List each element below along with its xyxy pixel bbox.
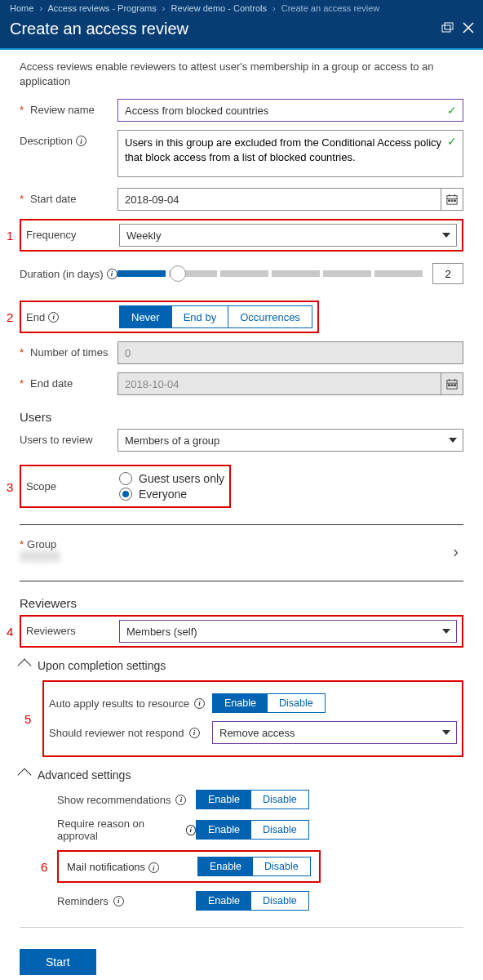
info-icon[interactable] bbox=[186, 825, 196, 835]
svg-rect-17 bbox=[454, 385, 456, 386]
divider bbox=[20, 524, 463, 525]
label-users-to-review: Users to review bbox=[20, 429, 117, 446]
end-occurrences-button[interactable]: Occurrences bbox=[228, 306, 312, 327]
label-auto-apply: Auto apply results to resource bbox=[49, 697, 212, 710]
start-button[interactable]: Start bbox=[20, 949, 96, 975]
scope-option-guest[interactable]: Guest users only bbox=[119, 472, 224, 485]
not-respond-select[interactable]: Remove access bbox=[212, 721, 457, 744]
end-never-button[interactable]: Never bbox=[120, 306, 172, 327]
form-pane: Access reviews enable reviewers to attes… bbox=[0, 50, 483, 980]
require-reason-toggle: Enable Disable bbox=[196, 820, 309, 840]
blade-header: Home › Access reviews - Programs › Revie… bbox=[0, 0, 483, 50]
info-icon[interactable] bbox=[107, 269, 117, 279]
calendar-icon[interactable] bbox=[441, 188, 463, 211]
info-icon[interactable] bbox=[113, 896, 124, 906]
page-title: Create an access review bbox=[10, 20, 473, 38]
frequency-select[interactable]: Weekly bbox=[119, 224, 457, 247]
calendar-icon bbox=[441, 372, 463, 395]
annotation-5: 5 bbox=[24, 712, 31, 726]
label-reviewers: Reviewers bbox=[26, 620, 119, 637]
section-users-header: Users bbox=[20, 410, 463, 424]
info-icon[interactable] bbox=[48, 312, 59, 323]
section-reviewers-header: Reviewers bbox=[20, 596, 463, 610]
disable-button[interactable]: Disable bbox=[251, 791, 308, 808]
label-number-of-times: Number of times bbox=[20, 341, 117, 359]
slider-thumb[interactable] bbox=[170, 265, 186, 282]
info-icon[interactable] bbox=[175, 795, 186, 805]
info-icon[interactable] bbox=[148, 862, 159, 873]
duration-value-input[interactable] bbox=[432, 263, 463, 284]
label-require-reason: Require reason on approval bbox=[57, 817, 196, 842]
scope-option-everyone[interactable]: Everyone bbox=[119, 488, 224, 501]
enable-button[interactable]: Enable bbox=[197, 821, 251, 839]
number-of-times-input bbox=[117, 341, 463, 364]
advanced-settings-collapser[interactable]: Advanced settings bbox=[20, 768, 463, 782]
start-date-input[interactable] bbox=[117, 188, 441, 211]
label-duration: Duration (in days) bbox=[20, 268, 117, 280]
disable-button[interactable]: Disable bbox=[253, 858, 310, 875]
restore-icon[interactable] bbox=[441, 21, 454, 37]
group-value-redacted bbox=[20, 550, 60, 562]
chevron-right-icon: › bbox=[39, 3, 42, 13]
label-frequency: Frequency bbox=[26, 224, 119, 241]
chevron-right-icon: › bbox=[162, 3, 166, 13]
info-icon[interactable] bbox=[194, 698, 205, 709]
divider bbox=[20, 581, 463, 581]
breadcrumb-item[interactable]: Access reviews - Programs bbox=[48, 3, 157, 13]
close-icon[interactable] bbox=[462, 21, 475, 37]
label-end: End bbox=[26, 311, 119, 323]
group-picker-row[interactable]: Group › bbox=[20, 532, 463, 572]
svg-rect-10 bbox=[454, 200, 456, 202]
label-show-recommendations: Show recommendations bbox=[57, 794, 196, 806]
svg-rect-9 bbox=[451, 200, 453, 202]
description-textarea[interactable]: Users in this group are excluded from th… bbox=[117, 130, 463, 177]
label-scope: Scope bbox=[26, 480, 119, 492]
label-not-respond: Should reviewer not respond bbox=[49, 727, 212, 739]
users-to-review-select[interactable]: Members of a group bbox=[117, 429, 463, 452]
end-endby-button[interactable]: End by bbox=[172, 306, 228, 327]
breadcrumb: Home › Access reviews - Programs › Revie… bbox=[10, 3, 473, 13]
duration-slider[interactable] bbox=[117, 269, 423, 278]
reviewers-select[interactable]: Members (self) bbox=[119, 620, 457, 643]
chevron-right-icon: › bbox=[453, 542, 459, 561]
intro-text: Access reviews enable reviewers to attes… bbox=[20, 60, 463, 89]
chevron-up-icon bbox=[18, 768, 32, 782]
svg-rect-16 bbox=[451, 385, 453, 386]
auto-apply-toggle: Enable Disable bbox=[212, 693, 326, 713]
enable-button[interactable]: Enable bbox=[197, 791, 251, 808]
info-icon[interactable] bbox=[189, 728, 200, 738]
label-mail-notifications: Mail notifications bbox=[67, 861, 197, 874]
annotation-6: 6 bbox=[41, 860, 47, 874]
svg-rect-0 bbox=[442, 25, 450, 32]
breadcrumb-item[interactable]: Home bbox=[10, 3, 33, 13]
breadcrumb-item-current: Create an access review bbox=[281, 3, 379, 13]
enable-button[interactable]: Enable bbox=[197, 892, 251, 910]
checkmark-icon: ✓ bbox=[447, 135, 457, 148]
radio-icon bbox=[119, 488, 132, 501]
disable-button[interactable]: Disable bbox=[251, 821, 308, 839]
annotation-3: 3 bbox=[7, 479, 13, 493]
annotation-2: 2 bbox=[7, 310, 13, 324]
svg-rect-8 bbox=[449, 200, 450, 202]
enable-button[interactable]: Enable bbox=[198, 858, 253, 875]
label-review-name: Review name bbox=[20, 99, 117, 116]
label-group: Group bbox=[20, 538, 60, 550]
divider bbox=[20, 927, 463, 928]
disable-button[interactable]: Disable bbox=[251, 892, 308, 910]
radio-icon bbox=[119, 472, 132, 485]
breadcrumb-item[interactable]: Review demo - Controls bbox=[171, 3, 267, 13]
enable-button[interactable]: Enable bbox=[213, 694, 268, 712]
mail-notifications-toggle: Enable Disable bbox=[197, 857, 311, 876]
chevron-right-icon: › bbox=[273, 3, 276, 13]
chevron-up-icon bbox=[18, 659, 32, 673]
svg-rect-1 bbox=[445, 23, 453, 29]
info-icon[interactable] bbox=[76, 136, 86, 146]
end-segmented-control: Never End by Occurrences bbox=[119, 305, 312, 328]
svg-rect-15 bbox=[449, 385, 450, 386]
disable-button[interactable]: Disable bbox=[268, 694, 325, 712]
annotation-4: 4 bbox=[7, 625, 13, 639]
label-description: Description bbox=[20, 130, 117, 147]
review-name-input[interactable] bbox=[117, 99, 463, 122]
upon-completion-collapser[interactable]: Upon completion settings bbox=[20, 659, 463, 672]
label-reminders: Reminders bbox=[57, 895, 196, 907]
